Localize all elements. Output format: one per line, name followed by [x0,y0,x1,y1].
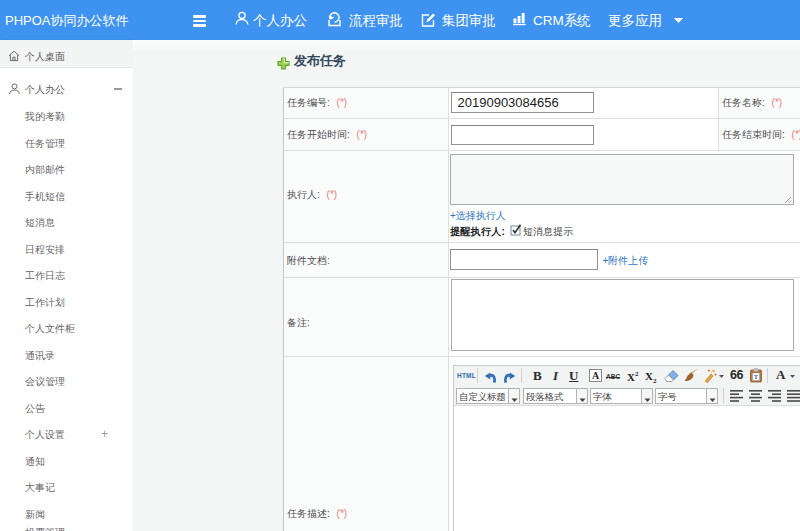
svg-text:T: T [754,373,759,380]
